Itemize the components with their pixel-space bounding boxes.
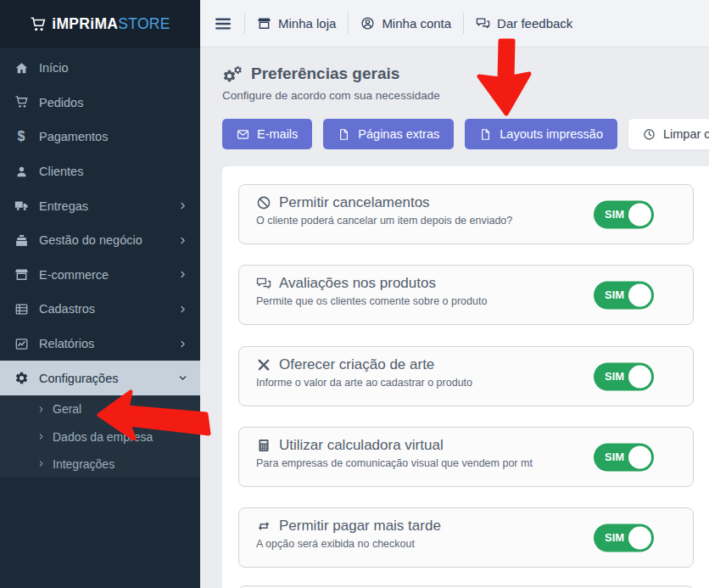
toggle-avaliacoes-nos-produtos[interactable]: SIM [594,281,654,309]
sidebar-item-clientes[interactable]: Clientes [0,154,200,189]
topbar-item-label: Minha conta [382,16,451,31]
file-icon [338,128,350,141]
clock-icon [643,128,656,141]
toggle-utilizar-calculadora-virtual[interactable]: SIM [594,443,654,471]
setting-description: A opção será exibida no checkout [256,538,441,550]
setting-card-main: Utilizar calculadora virtualPara empresa… [256,437,533,469]
toggle-state-label: SIM [605,370,624,383]
sidebar-subitem-dados-da-empresa[interactable]: Dados da empresa [0,423,200,450]
register-icon [12,233,31,248]
envelope-icon [237,128,249,141]
sidebar-item-label: Gestão do negócio [39,233,142,247]
toggle-knob [628,203,651,226]
sidebar-logo[interactable]: iMPRiMASTORE [0,0,200,48]
button-label: E-mails [257,127,298,141]
calculator-icon [256,438,271,453]
user-icon [12,165,31,179]
toggle-state-label: SIM [605,288,624,301]
pencil-ruler-icon [256,357,271,372]
settings-panel: Permitir cancelamentosO cliente poderá c… [222,166,709,588]
sidebar-item-cadastros[interactable]: Cadastros [0,292,200,327]
toggle-state-label: SIM [605,451,624,463]
setting-card-main: Oferecer criação de arteInforme o valor … [256,356,472,389]
e-mails-button[interactable]: E-mails [222,119,312,149]
chart-icon [12,337,31,351]
setting-title-row: Oferecer criação de arte [256,356,472,373]
setting-title: Permitir cancelamentos [279,194,430,211]
cogs-icon [222,65,243,83]
chevron-right-icon [37,433,45,440]
setting-card-permitir-cancelamentos: Permitir cancelamentosO cliente poderá c… [238,184,694,244]
setting-card-main: Avaliações nos produtosPermite que os cl… [256,275,487,307]
toggle-permitir-cancelamentos[interactable]: SIM [594,200,654,228]
chevron-right-icon [178,339,187,349]
sidebar-item-label: Pedidos [39,96,83,109]
topbar-item-dar-feedback[interactable]: Dar feedback [476,16,572,31]
setting-description: O cliente poderá cancelar um item depois… [256,215,512,227]
setting-title-row: Utilizar calculadora virtual [256,437,533,454]
setting-description: Permite que os clientes comente sobre o … [256,295,487,307]
topbar-item-label: Dar feedback [497,16,572,31]
chevron-right-icon [178,201,187,210]
sidebar-item-configuracoes[interactable]: Configurações [0,361,200,395]
chevron-right-icon [178,236,187,245]
store-icon [257,16,271,31]
chevron-right-icon [178,270,187,279]
sidebar-subitem-label: Dados da empresa [53,430,153,444]
sidebar-nav: InícioPedidos$PagamentosClientesEntregas… [0,48,200,395]
sidebar-item-gestao-do-negocio[interactable]: Gestão do negócio [0,223,200,258]
limpar-cache-button[interactable]: Limpar cache [628,119,709,149]
file-icon [479,128,492,141]
paginas-extras-button[interactable]: Páginas extras [323,119,454,149]
brand: iMPRiMASTORE [52,15,170,33]
toggle-knob [628,445,651,468]
toggle-permitir-pagar-mais-tarde[interactable]: SIM [594,524,654,552]
sidebar-submenu: GeralDados da empresaIntegrações [0,395,200,478]
topbar-item-label: Minha loja [278,16,336,31]
sidebar-item-pagamentos[interactable]: $Pagamentos [0,120,200,154]
store-icon [12,267,31,282]
setting-title-row: Permitir pagar mais tarde [256,518,441,535]
sidebar-item-label: Clientes [39,165,83,178]
sidebar-item-entregas[interactable]: Entregas [0,188,200,223]
sidebar-item-label: Início [39,61,69,75]
topbar-item-minha-loja[interactable]: Minha loja [257,16,336,31]
comments-icon [256,276,271,291]
list-icon [12,302,31,316]
topbar-item-minha-conta[interactable]: Minha conta [360,16,451,31]
setting-card-oferecer-criacao-de-arte: Oferecer criação de arteInforme o valor … [238,346,694,406]
topbar-divider [244,13,245,34]
brand-name: iMPRiMA [52,15,118,32]
sidebar-item-relatorios[interactable]: Relatórios [0,327,200,361]
button-label: Layouts impressão [500,127,603,141]
chevron-right-icon [37,406,45,413]
sidebar-item-label: Configurações [39,372,119,385]
topbar-divider [348,13,349,34]
button-label: Limpar cache [663,127,709,141]
toggle-oferecer-criacao-de-arte[interactable]: SIM [594,362,654,390]
sidebar-subitem-integracoes[interactable]: Integrações [0,451,200,478]
chevron-down-icon [178,373,187,383]
chevron-right-icon [37,460,45,468]
menu-toggle-button[interactable] [214,14,232,33]
setting-card-permitir-pagar-mais-tarde: Permitir pagar mais tardeA opção será ex… [238,507,694,568]
home-icon [12,61,31,76]
sidebar-item-e-commerce[interactable]: E-commerce [0,258,200,293]
ban-icon [256,195,271,210]
sidebar-subitem-label: Integrações [53,457,114,471]
setting-title-row: Avaliações nos produtos [256,275,487,292]
setting-title-row: Permitir cancelamentos [256,194,512,211]
truck-icon [12,199,31,213]
sidebar-item-inicio[interactable]: Início [0,51,200,86]
topbar: Minha lojaMinha contaDar feedback [200,0,709,48]
page-subtitle: Configure de acordo com sua necessidade [222,89,440,102]
sidebar-subitem-geral[interactable]: Geral [0,395,200,423]
red-arrow-down [479,41,529,114]
layouts-impressao-button[interactable]: Layouts impressão [465,119,617,149]
sidebar-item-pedidos[interactable]: Pedidos [0,86,200,120]
page-title: Preferências gerais [222,64,440,83]
brand-suffix: STORE [118,15,170,32]
dollar-icon: $ [12,130,31,143]
repeat-icon [256,518,271,534]
toggle-knob [628,283,651,306]
